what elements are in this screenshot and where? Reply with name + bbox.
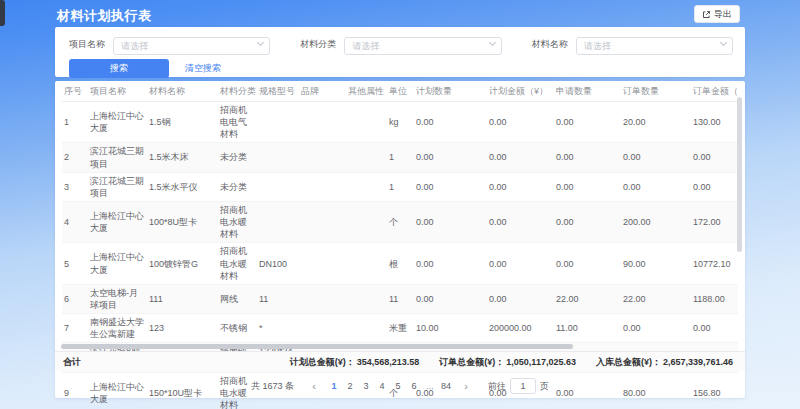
- table-cell: 0.00: [487, 172, 554, 201]
- table-cell: 招商机电水暖材料: [218, 243, 257, 284]
- table-cell: [257, 143, 299, 172]
- summary-total: 入库总金额(¥)：2,657,339,761.46: [596, 356, 733, 369]
- page-button[interactable]: 4: [374, 378, 390, 394]
- table-row[interactable]: 4上海松江中心大厦100*8U型卡招商机电水暖材料个0.000.000.0020…: [62, 201, 738, 242]
- table-cell: 网线: [218, 284, 257, 313]
- vertical-scrollbar[interactable]: [737, 97, 742, 252]
- category-select-input[interactable]: [344, 37, 501, 55]
- table-cell: 100镀锌管G: [147, 243, 218, 284]
- table-cell: 0.00: [554, 172, 621, 201]
- export-icon: [702, 10, 711, 19]
- table-cell: 1: [62, 102, 88, 143]
- column-header: 材料名称: [147, 82, 218, 102]
- table-cell: 200000.00: [487, 314, 554, 343]
- next-page-button[interactable]: ›: [458, 378, 474, 394]
- table-cell: 滨江花城三期项目: [88, 172, 147, 201]
- table-cell: 1188.00: [691, 284, 738, 313]
- goto-page-input[interactable]: [510, 378, 536, 394]
- table-row[interactable]: 6太空电梯-月球项目111网线11110.000.0022.0022.00118…: [62, 284, 738, 313]
- prev-page-button[interactable]: ‹: [306, 378, 322, 394]
- page-button[interactable]: 1: [326, 378, 342, 394]
- goto-label: 前往: [488, 380, 506, 393]
- table-cell: 111: [147, 284, 218, 313]
- summary-total: 订单总金额(¥)：1,050,117,025.63: [439, 356, 576, 369]
- table-cell: 100*8U型卡: [147, 201, 218, 242]
- table-cell: [299, 172, 346, 201]
- table-cell: 南钢盛达大学生公寓新建: [88, 314, 147, 343]
- topbar: 材料计划执行表 导出: [0, 0, 800, 27]
- table-cell: [346, 201, 387, 242]
- filter-row: 项目名称 材料分类 材料名称: [55, 27, 745, 53]
- table-cell: 未分类: [218, 143, 257, 172]
- summary-total-label: 订单总金额(¥)：: [439, 357, 504, 367]
- summary-row: 合计 计划总金额(¥)：354,568,213.58订单总金额(¥)：1,050…: [55, 351, 745, 372]
- material-select-input[interactable]: [576, 37, 733, 55]
- table-cell: [299, 243, 346, 284]
- goto-page: 前往 页: [488, 378, 549, 394]
- table-panel: 序号项目名称材料名称材料分类规格型号品牌其他属性单位计划数量计划金额（¥）申请数…: [55, 81, 745, 398]
- clear-search-link[interactable]: 清空搜索: [185, 62, 221, 75]
- category-select[interactable]: [344, 35, 501, 53]
- material-select[interactable]: [576, 35, 733, 53]
- page-button[interactable]: 5: [390, 378, 406, 394]
- table-cell: 0.00: [691, 172, 738, 201]
- table-cell: [346, 314, 387, 343]
- column-header: 申请数量: [554, 82, 621, 102]
- table-cell: 10.00: [414, 314, 487, 343]
- table-cell: 0.00: [487, 102, 554, 143]
- filter-project-label: 项目名称: [69, 38, 105, 51]
- table-cell: 0.00: [554, 243, 621, 284]
- table-cell: 0.00: [691, 314, 738, 343]
- filter-project: 项目名称: [69, 35, 270, 53]
- project-select-input[interactable]: [113, 37, 270, 55]
- summary-totals: 计划总金额(¥)：354,568,213.58订单总金额(¥)：1,050,11…: [290, 356, 733, 369]
- table-cell: 1: [387, 143, 414, 172]
- search-button[interactable]: 搜索: [69, 59, 169, 78]
- table-row[interactable]: 2滨江花城三期项目1.5米木床未分类10.000.000.000.000.00: [62, 143, 738, 172]
- summary-label: 合计: [63, 356, 81, 369]
- table-cell: 不锈钢: [218, 314, 257, 343]
- table-row[interactable]: 7南钢盛达大学生公寓新建123不锈钢*米重10.00200000.0011.00…: [62, 314, 738, 343]
- table-cell: 0.00: [487, 143, 554, 172]
- table-cell: 0.00: [487, 201, 554, 242]
- table-cell: 0.00: [414, 172, 487, 201]
- table-cell: 0.00: [414, 143, 487, 172]
- table-cell: [257, 201, 299, 242]
- table-cell: 上海松江中心大厦: [88, 201, 147, 242]
- page-button[interactable]: 84: [438, 378, 454, 394]
- table-cell: 22.00: [621, 284, 691, 313]
- page-button[interactable]: 2: [342, 378, 358, 394]
- column-header: 单位: [387, 82, 414, 102]
- horizontal-scrollbar[interactable]: [61, 344, 573, 349]
- project-select[interactable]: [113, 35, 270, 53]
- table-cell: 20.00: [621, 102, 691, 143]
- table-cell: [257, 102, 299, 143]
- page-button[interactable]: 3: [358, 378, 374, 394]
- export-button[interactable]: 导出: [694, 5, 740, 23]
- column-header: 计划数量: [414, 82, 487, 102]
- column-header: 序号: [62, 82, 88, 102]
- pagination: 共 1673 条 ‹ 123456...84 › 前往 页: [55, 377, 745, 395]
- column-header: 其他属性: [346, 82, 387, 102]
- table-cell: 0.00: [554, 102, 621, 143]
- table-cell: 米重: [387, 314, 414, 343]
- table-cell: 0.00: [414, 201, 487, 242]
- table-cell: [346, 172, 387, 201]
- table-cell: 0.00: [414, 102, 487, 143]
- table-cell: 未分类: [218, 172, 257, 201]
- column-header: 材料分类: [218, 82, 257, 102]
- summary-total-value: 1,050,117,025.63: [506, 357, 576, 367]
- page-title: 材料计划执行表: [57, 7, 152, 25]
- table-cell: 2: [62, 143, 88, 172]
- table-cell: 0.00: [621, 143, 691, 172]
- table-row[interactable]: 3滨江花城三期项目1.5米水平仪未分类10.000.000.000.000.00: [62, 172, 738, 201]
- table-cell: 个: [387, 201, 414, 242]
- table-cell: [346, 143, 387, 172]
- table-cell: [299, 201, 346, 242]
- table-row[interactable]: 1上海松江中心大厦1.5钢招商机电电气材料kg0.000.000.0020.00…: [62, 102, 738, 143]
- table-cell: 200.00: [621, 201, 691, 242]
- page-button[interactable]: 6: [406, 378, 422, 394]
- table-header-row: 序号项目名称材料名称材料分类规格型号品牌其他属性单位计划数量计划金额（¥）申请数…: [62, 82, 738, 102]
- table-cell: [299, 102, 346, 143]
- table-row[interactable]: 5上海松江中心大厦100镀锌管G招商机电水暖材料DN100根0.000.000.…: [62, 243, 738, 284]
